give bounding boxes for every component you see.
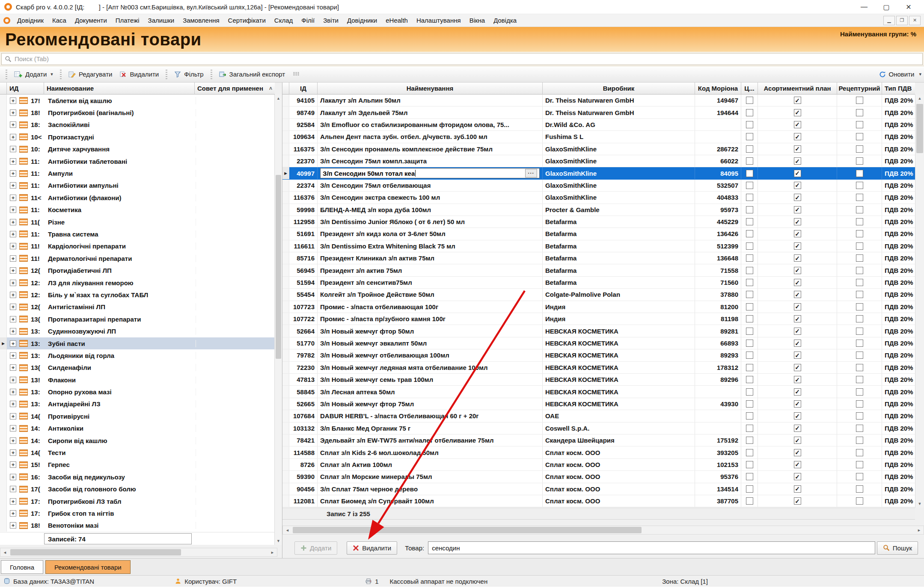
tree-item[interactable]: +13!Флакони: [0, 374, 275, 386]
menu-item[interactable]: Документи: [71, 15, 111, 26]
table-row[interactable]: 51770З/п Новый жемчуг эвкалипт 50млНЕВСК…: [282, 337, 915, 349]
assortment-plan-checkbox[interactable]: ✓: [794, 376, 801, 383]
edit-button[interactable]: Редагувати: [65, 68, 116, 80]
tree-item[interactable]: +12(Антигістамінні ЛП: [0, 301, 275, 313]
prescription-checkbox[interactable]: [856, 473, 863, 480]
tree-item[interactable]: +12:Біль у м`язах та суглобах ТАБЛ: [0, 289, 275, 301]
expand-icon[interactable]: +: [10, 231, 16, 237]
prescription-checkbox[interactable]: [856, 133, 863, 140]
scrollbar-thumb[interactable]: [276, 175, 281, 359]
menu-item[interactable]: Довідник: [13, 15, 48, 26]
table-row[interactable]: 59998БЛЕНД-А-МЕД з/п кора дуба 100млProc…: [282, 204, 915, 216]
assortment-plan-checkbox[interactable]: ✓: [794, 145, 801, 153]
expand-icon[interactable]: +: [10, 425, 16, 431]
prescription-checkbox[interactable]: [856, 230, 863, 237]
table-row[interactable]: 51691Президент з/п кидз кола от 3-6лет 5…: [282, 228, 915, 240]
prescription-checkbox[interactable]: [856, 485, 863, 493]
menu-item[interactable]: Замовлення: [178, 15, 223, 26]
tree-vertical-scrollbar[interactable]: ▲ ▼: [274, 95, 282, 545]
tree-item[interactable]: +18:Заспокійливі: [0, 119, 275, 131]
tree-item[interactable]: +14:Сиропи від кашлю: [0, 434, 275, 446]
assortment-plan-checkbox[interactable]: ✓: [794, 303, 801, 310]
assortment-plan-checkbox[interactable]: ✓: [794, 157, 801, 165]
assortment-plan-checkbox[interactable]: ✓: [794, 328, 801, 335]
expand-icon[interactable]: +: [10, 486, 16, 492]
tree-item[interactable]: +11!Кардіологічні препарати: [0, 240, 275, 252]
expand-icon[interactable]: +: [10, 280, 16, 286]
price-checkbox[interactable]: [746, 182, 753, 189]
table-row[interactable]: 103132З/п Бланкс Мед Органик 75 гCoswell…: [282, 423, 915, 434]
expand-icon[interactable]: +: [10, 219, 16, 225]
view-columns-button[interactable]: [289, 69, 303, 80]
price-checkbox[interactable]: [746, 340, 753, 347]
product-search-button[interactable]: Пошук: [877, 541, 918, 555]
price-checkbox[interactable]: [746, 170, 753, 177]
price-checkbox[interactable]: [746, 364, 753, 371]
assortment-plan-checkbox[interactable]: ✓: [794, 340, 801, 347]
table-row[interactable]: 98749Лакалут з/п Эдельвей 75млDr. Theiss…: [282, 106, 915, 118]
export-button[interactable]: Загальний експорт: [215, 68, 289, 80]
tree-item[interactable]: +13:Судиннозвужуючі ЛП: [0, 325, 275, 337]
expand-icon[interactable]: +: [10, 364, 16, 371]
expand-icon[interactable]: +: [10, 292, 16, 298]
assortment-plan-checkbox[interactable]: ✓: [794, 194, 801, 201]
price-checkbox[interactable]: [746, 109, 753, 116]
table-row[interactable]: 116375З/п Сенсодин пронамель комплексное…: [282, 143, 915, 155]
tree-item[interactable]: +11:Ампули: [0, 167, 275, 179]
table-row[interactable]: 52665З/п Новый жемчуг фтор 75млНЕВСКАЯ К…: [282, 398, 915, 410]
assortment-plan-checkbox[interactable]: ✓: [794, 352, 801, 359]
expand-icon[interactable]: +: [10, 134, 16, 140]
scrollbar-thumb[interactable]: [10, 549, 181, 555]
expand-icon[interactable]: +: [10, 98, 16, 104]
prescription-checkbox[interactable]: [856, 437, 863, 444]
menu-item[interactable]: Довідка: [489, 15, 521, 26]
tree-item[interactable]: +13:Опорно рухова мазі: [0, 386, 275, 398]
inline-editor[interactable]: З/п Сенсодин 50мл тотал кеа···: [320, 168, 540, 178]
table-vertical-scrollbar[interactable]: ▲ ▼: [915, 95, 924, 508]
tree-item[interactable]: +10<Протизастудні: [0, 131, 275, 143]
prescription-checkbox[interactable]: [856, 267, 863, 274]
price-checkbox[interactable]: [746, 145, 753, 153]
scroll-up-icon[interactable]: ▲: [915, 95, 924, 102]
refresh-button[interactable]: Оновити: [875, 68, 918, 80]
price-checkbox[interactable]: [746, 412, 753, 420]
scroll-right-icon[interactable]: ►: [268, 550, 277, 555]
tree-item[interactable]: +17:Грибок стоп та нігтів: [0, 507, 275, 519]
assortment-plan-checkbox[interactable]: ✓: [794, 218, 801, 225]
prescription-checkbox[interactable]: [856, 97, 863, 104]
table-row[interactable]: 116611З/п Dentissimo Extra Whitening Bla…: [282, 240, 915, 252]
table-row[interactable]: 51594Президент з/п сенситив75млBetafarma…: [282, 277, 915, 289]
expand-icon[interactable]: +: [10, 352, 16, 359]
expand-icon[interactable]: +: [10, 182, 16, 189]
price-checkbox[interactable]: [746, 376, 753, 383]
tree-item[interactable]: +14:Антиколіки: [0, 423, 275, 434]
expand-icon[interactable]: +: [10, 316, 16, 322]
column-header-vendor[interactable]: Виробник: [543, 83, 695, 95]
expand-icon[interactable]: +: [10, 158, 16, 165]
price-checkbox[interactable]: [746, 473, 753, 480]
price-checkbox[interactable]: [746, 461, 753, 468]
prescription-checkbox[interactable]: [856, 303, 863, 310]
price-checkbox[interactable]: [746, 303, 753, 310]
column-header-morion-code[interactable]: Код Моріона: [695, 83, 741, 95]
prescription-checkbox[interactable]: [856, 328, 863, 335]
column-header-name[interactable]: Найменування: [318, 83, 543, 95]
price-checkbox[interactable]: [746, 328, 753, 335]
assortment-plan-checkbox[interactable]: ✓: [794, 485, 801, 493]
prescription-checkbox[interactable]: [856, 376, 863, 383]
product-input[interactable]: [428, 541, 875, 554]
scroll-down-icon[interactable]: ▼: [915, 500, 924, 508]
expand-icon[interactable]: +: [10, 170, 16, 177]
assortment-plan-checkbox[interactable]: ✓: [794, 133, 801, 140]
expand-icon[interactable]: +: [10, 255, 16, 262]
delete-button[interactable]: Видалити: [116, 68, 163, 80]
assortment-plan-checkbox[interactable]: ✓: [794, 121, 801, 128]
scroll-right-icon[interactable]: ►: [915, 528, 924, 532]
price-checkbox[interactable]: [746, 230, 753, 237]
assortment-plan-checkbox[interactable]: ✓: [794, 497, 801, 505]
tree-item[interactable]: +11:Травна система: [0, 228, 275, 240]
table-horizontal-scrollbar[interactable]: ◄ ►: [282, 526, 924, 535]
column-header-prescription[interactable]: Рецептурний: [837, 83, 882, 95]
prescription-checkbox[interactable]: [856, 279, 863, 286]
add-product-button[interactable]: Додати: [294, 541, 337, 555]
